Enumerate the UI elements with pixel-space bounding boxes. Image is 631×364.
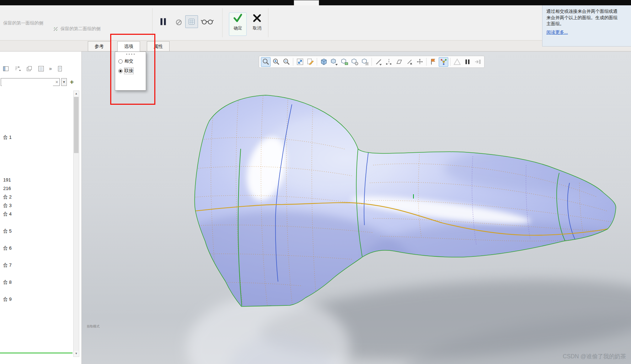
tree-settings-icon[interactable]: [57, 65, 64, 72]
toolbar-separator: [317, 58, 317, 66]
display-style-icon[interactable]: [329, 57, 339, 67]
refit-icon[interactable]: [295, 57, 305, 67]
point-display-icon[interactable]: [405, 57, 414, 67]
tree-item-empty: [0, 252, 72, 261]
spin-center-icon[interactable]: [439, 57, 448, 67]
view-manager-icon[interactable]: [360, 57, 370, 67]
tree-item[interactable]: 合 9: [0, 295, 72, 304]
plane-display-icon[interactable]: [394, 57, 404, 67]
zoom-region-icon[interactable]: [261, 57, 271, 67]
axis-display-icon[interactable]: [384, 57, 394, 67]
scrollbar-thumb[interactable]: [74, 97, 79, 153]
copy-tree-icon[interactable]: [26, 65, 33, 72]
join-radio[interactable]: [118, 69, 123, 73]
contextual-help-panel: 通过相交或连接来合并两个面组或通 来合并两个以上的面组。生成的面组 主面组。 阅…: [542, 5, 631, 47]
tree-item[interactable]: 合 3: [0, 201, 72, 210]
add-filter-button[interactable]: +: [68, 78, 75, 86]
zoom-out-icon[interactable]: [282, 57, 291, 67]
active-ribbon-tab-stub[interactable]: [294, 0, 319, 5]
model-3d-view[interactable]: [82, 51, 631, 364]
tree-item[interactable]: 合 4: [0, 210, 72, 218]
keep-second-quilt-side-control[interactable]: 保留的第二面组的侧: [52, 25, 101, 32]
tree-item[interactable]: 合 2: [0, 193, 72, 201]
keep-first-quilt-side-control[interactable]: 保留的第一面组的侧: [3, 20, 43, 26]
intersect-radio[interactable]: [118, 59, 123, 64]
toolbar-separator: [371, 58, 372, 66]
cancel-button[interactable]: 取消: [248, 12, 266, 36]
graphics-toolbar: [259, 56, 485, 68]
tree-item[interactable]: 合 7: [0, 261, 72, 270]
pick-mode-label: 拾取模式: [87, 324, 100, 329]
tree-item-empty: [0, 270, 72, 278]
search-dropdown-icon[interactable]: ▾: [61, 78, 67, 86]
csdn-watermark: CSDN @谁偷了我的奶茶: [563, 353, 626, 360]
join-radio-row[interactable]: 联接: [118, 68, 146, 74]
ribbon-separator: [152, 8, 153, 37]
tree-columns-icon[interactable]: [2, 65, 9, 72]
ribbon-separator: [268, 8, 268, 37]
list-view-icon[interactable]: [37, 65, 44, 72]
more-chevrons-icon[interactable]: »: [49, 66, 52, 71]
intersect-radio-row[interactable]: 相交: [118, 58, 146, 64]
keep-first-quilt-side-label: 保留的第一面组的侧: [3, 20, 43, 26]
tree-filter-icon[interactable]: [14, 65, 21, 72]
merge-dashboard-ribbon: 保留的第一面组的侧 保留的第二面组的侧 确定: [0, 5, 631, 40]
ribbon-separator: [222, 8, 223, 37]
tree-item[interactable]: 216: [0, 184, 72, 193]
tab-references[interactable]: 参考: [88, 41, 111, 51]
tree-item[interactable]: 合 1: [0, 133, 72, 142]
tree-item[interactable]: 合 5: [0, 227, 72, 235]
help-text-line2: 来合并两个以上的面组。生成的面组: [546, 15, 631, 21]
application-window: 保留的第一面组的侧 保留的第二面组的侧 确定: [0, 0, 631, 364]
tab-options[interactable]: 选项: [117, 41, 140, 52]
scroll-down-arrow[interactable]: ▼: [74, 351, 79, 357]
read-more-link[interactable]: 阅读更多...: [546, 29, 568, 36]
pause-icon[interactable]: [157, 16, 169, 27]
model-tree-toolbar: »: [2, 65, 64, 72]
repaint-icon[interactable]: [305, 57, 315, 67]
toolbar-separator: [450, 58, 450, 66]
zoom-in-icon[interactable]: [271, 57, 281, 67]
flip-side-icon: [52, 25, 59, 32]
tree-item-empty: [0, 287, 72, 295]
toolbar-separator: [293, 58, 293, 66]
annotation-display-icon[interactable]: [428, 57, 438, 67]
scroll-up-arrow[interactable]: ▲: [74, 91, 79, 97]
pause-icon[interactable]: [462, 57, 472, 67]
tab-properties[interactable]: 属性: [147, 41, 170, 51]
tree-scrollbar[interactable]: ▲ ▼: [73, 91, 79, 357]
glasses-icon[interactable]: [200, 18, 214, 26]
ok-button[interactable]: 确定: [229, 12, 247, 36]
model-tree-list: 合 1191216合 2合 3合 4合 5合 6合 7合 8合 9: [0, 91, 72, 350]
tree-item[interactable]: 合 8: [0, 278, 72, 287]
search-box: ×: [1, 78, 60, 86]
tree-item-empty: [0, 167, 72, 176]
mesh-preview-icon[interactable]: [185, 15, 198, 28]
datum-display-filters-icon[interactable]: [374, 57, 383, 67]
tree-item-empty: [0, 218, 72, 227]
help-text-line1: 通过相交或连接来合并两个面组或通: [546, 9, 631, 15]
join-radio-label: 联接: [124, 68, 133, 74]
csys-display-icon[interactable]: [415, 57, 424, 67]
cancel-button-label: 取消: [253, 25, 261, 31]
tree-item-empty: [0, 159, 72, 167]
no-preview-icon[interactable]: [175, 18, 183, 26]
tree-item[interactable]: 191: [0, 176, 72, 184]
toolbar-separator: [426, 58, 427, 66]
panel-grip[interactable]: [115, 52, 146, 55]
perspective-icon[interactable]: [452, 57, 462, 67]
tree-item[interactable]: 合 6: [0, 244, 72, 252]
model-tree-panel: » × ▾ + 合 1191216合 2合 3合 4合 5合 6合 7合 8合 …: [0, 51, 82, 364]
named-views-icon[interactable]: [350, 57, 359, 67]
intersect-radio-label: 相交: [124, 58, 133, 64]
options-dropdown-panel: 相交 联接: [115, 51, 146, 91]
help-text-line3: 主面组。: [546, 21, 631, 27]
keep-second-quilt-side-label: 保留的第二面组的侧: [60, 26, 101, 32]
tree-item-empty: [0, 150, 72, 159]
shaded-view-icon[interactable]: [319, 57, 328, 67]
saved-orientations-icon[interactable]: [339, 57, 349, 67]
snapshot-icon[interactable]: [473, 57, 482, 67]
graphics-area[interactable]: 拾取模式 CSDN @谁偷了我的奶茶: [82, 51, 631, 364]
search-input[interactable]: [2, 79, 53, 86]
search-clear-icon[interactable]: ×: [55, 79, 58, 85]
